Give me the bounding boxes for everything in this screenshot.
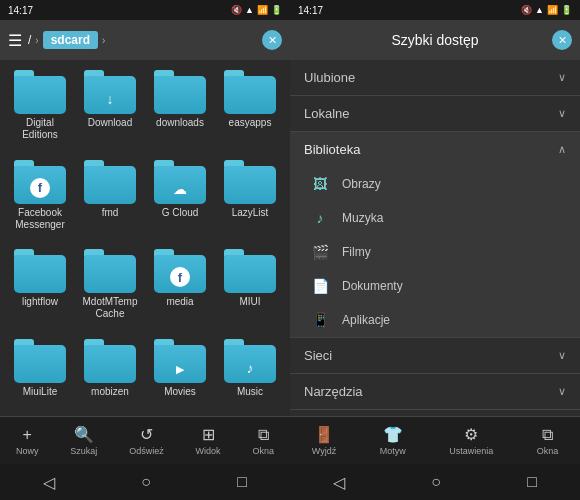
file-label: Facebook Messenger [10,207,70,231]
folder-icon [224,339,276,383]
list-item[interactable]: MIUI [216,245,284,333]
status-icons-right: 🔇 ▲ 📶 🔋 [521,5,572,15]
drawer-section-biblioteka: Biblioteka ∧ 🖼 Obrazy ♪ Muzyka 🎬 Filmy 📄… [290,132,580,338]
drawer-item-obrazy[interactable]: 🖼 Obrazy [290,167,580,201]
theme-label: Motyw [380,446,406,456]
drawer-item-dokumenty[interactable]: 📄 Dokumenty [290,269,580,303]
documents-icon: 📄 [310,278,330,294]
list-item[interactable]: Movies [146,335,214,411]
drawer-sub-label: Dokumenty [342,279,403,293]
folder-icon [84,70,136,114]
list-item[interactable]: Music [216,335,284,411]
refresh-label: Odśwież [129,446,164,456]
status-bar-right: 14:17 🔇 ▲ 📶 🔋 [290,0,580,20]
chevron-up-icon: ∧ [558,143,566,156]
settings-button[interactable]: ⚙ Ustawienia [449,425,493,456]
chevron-down-icon: ∨ [558,349,566,362]
back-button[interactable]: ◁ [43,473,55,492]
folder-body [84,166,136,204]
drawer-close-button[interactable]: ✕ [552,30,572,50]
home-button-right[interactable]: ○ [431,473,441,491]
file-label: easyapps [229,117,272,129]
theme-button[interactable]: 👕 Motyw [380,425,406,456]
drawer-section-lokalne: Lokalne ∨ [290,96,580,132]
list-item[interactable]: f Facebook Messenger [6,156,74,244]
drawer-section-header-ulubione[interactable]: Ulubione ∨ [290,60,580,95]
home-button[interactable]: ○ [141,473,151,491]
file-label: lightflow [22,296,58,308]
path-bar: / › sdcard › [28,31,256,49]
folder-body [14,255,66,293]
drawer-section-title-ulubione: Ulubione [304,70,355,85]
status-time-left: 14:17 [8,5,33,16]
windows-button[interactable]: ⧉ Okna [253,426,275,456]
recents-button-right[interactable]: □ [527,473,537,491]
folder-body [154,166,206,204]
refresh-button[interactable]: ↺ Odśwież [129,425,164,456]
back-button-right[interactable]: ◁ [333,473,345,492]
drawer-item-filmy[interactable]: 🎬 Filmy [290,235,580,269]
drawer-section-header-sieci[interactable]: Sieci ∨ [290,338,580,373]
drawer-section-sieci: Sieci ∨ [290,338,580,374]
drawer-section-header-biblioteka[interactable]: Biblioteka ∧ [290,132,580,167]
list-item[interactable]: f media [146,245,214,333]
path-root: / [28,33,31,47]
list-item[interactable]: MdotMTemp Cache [76,245,144,333]
toolbar-left: ☰ / › sdcard › ✕ [0,20,290,60]
new-button[interactable]: + Nowy [16,426,39,456]
folder-icon [84,249,136,293]
file-grid: Digital Editions Download downloads [0,60,290,416]
fb-icon: f [30,178,50,198]
folder-body [14,345,66,383]
exit-button[interactable]: 🚪 Wyjdź [312,425,336,456]
view-icon: ⊞ [202,425,215,444]
folder-icon [224,160,276,204]
list-item[interactable]: downloads [146,66,214,154]
folder-icon [154,70,206,114]
drawer-item-muzyka[interactable]: ♪ Muzyka [290,201,580,235]
settings-label: Ustawienia [449,446,493,456]
exit-icon: 🚪 [314,425,334,444]
bottom-bar-left: + Nowy 🔍 Szukaj ↺ Odśwież ⊞ Widok ⧉ Okna [0,416,290,464]
folder-icon [14,249,66,293]
chevron-down-icon: ∨ [558,385,566,398]
list-item[interactable]: G Cloud [146,156,214,244]
list-item[interactable]: MiuiLite [6,335,74,411]
drawer-section-header-lokalne[interactable]: Lokalne ∨ [290,96,580,131]
list-item[interactable]: LazyList [216,156,284,244]
menu-icon[interactable]: ☰ [8,31,22,50]
drawer-content: Ulubione ∨ Lokalne ∨ Biblioteka ∧ 🖼 Obra… [290,60,580,416]
nav-bar-left: ◁ ○ □ [0,464,290,500]
path-current[interactable]: sdcard [43,31,98,49]
drawer-sub-label: Filmy [342,245,371,259]
drawer-title: Szybki dostęp [391,32,478,48]
file-label: G Cloud [162,207,199,219]
films-icon: 🎬 [310,244,330,260]
recents-button[interactable]: □ [237,473,247,491]
folder-icon [224,249,276,293]
left-panel: 14:17 🔇 ▲ 📶 🔋 ☰ / › sdcard › ✕ Digital E… [0,0,290,500]
drawer-item-aplikacje[interactable]: 📱 Aplikacje [290,303,580,337]
list-item[interactable]: easyapps [216,66,284,154]
list-item[interactable]: mobizen [76,335,144,411]
toolbar-close-button[interactable]: ✕ [262,30,282,50]
file-label: media [166,296,193,308]
file-label: mobizen [91,386,129,398]
drawer-section-header-narzedzia[interactable]: Narzędzia ∨ [290,374,580,409]
list-item[interactable]: Digital Editions [6,66,74,154]
file-label: MdotMTemp Cache [80,296,140,320]
drawer-section-title-lokalne: Lokalne [304,106,350,121]
drawer-sub-label: Aplikacje [342,313,390,327]
drawer-sub-label: Muzyka [342,211,383,225]
windows-button-right[interactable]: ⧉ Okna [537,426,559,456]
list-item[interactable]: fmd [76,156,144,244]
view-button[interactable]: ⊞ Widok [196,425,221,456]
right-panel: 14:17 🔇 ▲ 📶 🔋 Szybki dostęp ✕ Ulubione ∨… [290,0,580,500]
refresh-icon: ↺ [140,425,153,444]
list-item[interactable]: lightflow [6,245,74,333]
folder-body: f [154,255,206,293]
list-item[interactable]: Download [76,66,144,154]
search-button[interactable]: 🔍 Szukaj [70,425,97,456]
folder-icon: f [14,160,66,204]
drawer-section-ulubione: Ulubione ∨ [290,60,580,96]
